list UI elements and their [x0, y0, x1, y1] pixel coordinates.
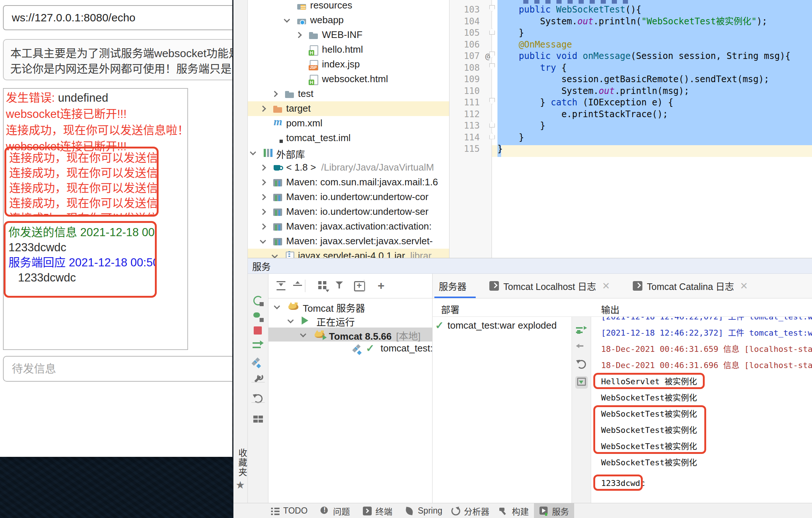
- filter-icon[interactable]: [335, 280, 346, 291]
- wrench-icon[interactable]: [253, 374, 264, 385]
- services-tree-item[interactable]: ✓tomcat_test:war: [268, 342, 432, 356]
- chevron-icon[interactable]: [274, 303, 280, 309]
- scrollend-icon[interactable]: [575, 376, 588, 389]
- star-icon: ★: [236, 479, 245, 491]
- newtab-icon[interactable]: [354, 280, 365, 291]
- rerun-debug-icon[interactable]: [253, 311, 264, 322]
- fold-marker-icon[interactable]: [489, 133, 495, 139]
- rerun-icon[interactable]: [253, 295, 264, 306]
- back-icon[interactable]: [576, 342, 587, 353]
- tree-item-pom-xml[interactable]: pom.xml: [248, 116, 449, 131]
- tree-item-maven-io-undertow-undertow-ser[interactable]: Maven: io.undertow:undertow-ser: [248, 204, 449, 219]
- tree-item-websocket-html[interactable]: Hwebsocket.html: [248, 72, 449, 87]
- chevron-icon[interactable]: [288, 317, 294, 323]
- deployment-panel: ✓ tomcat_test:war exploded: [432, 316, 572, 503]
- tab--[interactable]: 服务器: [439, 274, 466, 298]
- tree-item--1-8-[interactable]: < 1.8 >/Library/Java/JavaVirtualM: [248, 160, 449, 175]
- fold-marker-icon[interactable]: [489, 63, 495, 70]
- chevron-right-icon[interactable]: [260, 106, 266, 112]
- fold-marker-icon[interactable]: [489, 121, 495, 127]
- chevron-right-icon[interactable]: [260, 179, 266, 186]
- tomcat-icon: [314, 330, 325, 339]
- tab-tomcat-catalina-[interactable]: Tomcat Catalina 日志✕: [633, 274, 748, 298]
- services-tree-label: Tomcat 服务器: [303, 301, 365, 314]
- services-icon: [539, 506, 549, 516]
- chevron-down-icon[interactable]: [260, 238, 266, 244]
- tree-item-webapp[interactable]: webapp: [248, 13, 449, 28]
- statusbar-item-构建[interactable]: 构建: [499, 503, 529, 518]
- tree-item-tomcat-test-iml[interactable]: tomcat_test.iml: [248, 131, 449, 146]
- expand-icon[interactable]: [276, 280, 287, 291]
- fold-marker-icon[interactable]: [489, 28, 495, 35]
- statusbar-item-todo[interactable]: TODO: [270, 503, 308, 518]
- services-tree-item[interactable]: Tomcat 服务器: [268, 300, 432, 314]
- statusbar-item-问题[interactable]: 问题: [320, 503, 350, 518]
- console-line: [2021-12-18 12:46:22,372] 工件 tomcat_test…: [601, 328, 812, 339]
- tree-item-test[interactable]: test: [248, 87, 449, 101]
- collapse-icon[interactable]: [292, 280, 303, 291]
- statusbar-item-终端[interactable]: 终端: [362, 503, 392, 518]
- statusbar-item-分析器[interactable]: 分析器: [451, 503, 489, 518]
- code-token: [497, 51, 519, 61]
- tree-item-index-jsp[interactable]: JSPindex.jsp: [248, 57, 449, 72]
- websocket-url-input[interactable]: ws://127.0.0.1:8080/echo: [3, 5, 232, 30]
- chevron-right-icon[interactable]: [272, 91, 278, 97]
- stop-icon[interactable]: [253, 325, 264, 336]
- fold-marker-icon[interactable]: [489, 5, 495, 11]
- chevron-right-icon[interactable]: [260, 224, 266, 230]
- chevron-right-icon[interactable]: [260, 165, 266, 171]
- services-tree-item[interactable]: 正在运行: [268, 314, 432, 328]
- services-top-toolbar: [268, 274, 432, 298]
- tree-item-resources[interactable]: resources: [248, 0, 449, 13]
- chevron-right-icon[interactable]: [260, 209, 266, 215]
- refresh2-icon[interactable]: [576, 359, 587, 370]
- fold-marker-icon[interactable]: [489, 98, 495, 104]
- tree-item--[interactable]: 外部库: [248, 146, 449, 160]
- statusbar-label: 终端: [375, 505, 392, 517]
- tree-item-maven-javax-servlet-javax-servlet-[interactable]: Maven: javax.servlet:javax.servlet-: [248, 234, 449, 249]
- artifact-icon: [353, 344, 364, 355]
- code-line: e.printStackTrace();: [497, 109, 668, 120]
- services-tree-text: Tomcat 服务器: [303, 303, 365, 314]
- chevron-right-icon[interactable]: [296, 32, 302, 38]
- code-token: out: [599, 86, 615, 96]
- chevron-icon[interactable]: [300, 331, 306, 337]
- chevron-down-icon[interactable]: [250, 149, 256, 155]
- tab-tomcat-localhost-[interactable]: Tomcat Localhost 日志✕: [489, 274, 610, 298]
- deployment-row[interactable]: ✓ tomcat_test:war exploded: [432, 318, 572, 333]
- add-icon[interactable]: [376, 280, 387, 291]
- tree-item-hello-html[interactable]: Hhello.html: [248, 42, 449, 57]
- tree-item-maven-io-undertow-undertow-cor[interactable]: Maven: io.undertow:undertow-cor: [248, 190, 449, 204]
- output-console[interactable]: [2021-12-18 12:46:22,072] 工件 tomcat_test…: [591, 316, 812, 503]
- group-icon[interactable]: [317, 280, 329, 291]
- boxed-chat-line: 服务端回应 2021-12-18 00:50:06: [6, 255, 155, 270]
- sync-icon[interactable]: [576, 326, 587, 337]
- fold-marker-icon[interactable]: [489, 52, 495, 58]
- code-line: }: [497, 143, 503, 155]
- statusbar-item-spring[interactable]: Spring: [405, 503, 442, 518]
- jdk-icon: [273, 163, 283, 172]
- services-tree-item[interactable]: Tomcat 8.5.66[本地]: [268, 328, 432, 342]
- chevron-down-icon[interactable]: [284, 17, 290, 23]
- diamonds-icon[interactable]: [253, 357, 264, 368]
- code-line: try {: [497, 62, 567, 74]
- layout-icon[interactable]: [253, 413, 264, 424]
- message-input[interactable]: [3, 356, 232, 382]
- tree-item-target[interactable]: target: [248, 101, 449, 116]
- close-icon[interactable]: ✕: [602, 280, 610, 292]
- tree-item-maven-com-sun-mail-javax-mail-1-6[interactable]: Maven: com.sun.mail:javax.mail:1.6: [248, 175, 449, 190]
- chevron-down-icon[interactable]: [272, 252, 278, 258]
- close-icon[interactable]: ✕: [740, 280, 748, 292]
- favorites-stripe-button[interactable]: 收藏夹: [236, 448, 249, 477]
- tree-item-javax-servlet-api-4-0-1-jar[interactable]: javax.servlet-api-4.0.1.jarlibrar: [248, 249, 449, 258]
- statusbar-item-服务[interactable]: 服务: [534, 503, 574, 518]
- tree-item-web-inf[interactable]: WEB-INF: [248, 28, 449, 42]
- toolbar-separator: [305, 280, 305, 292]
- line-number: 115: [464, 143, 480, 155]
- chevron-right-icon[interactable]: [260, 194, 266, 200]
- deploy-icon[interactable]: [253, 340, 264, 351]
- tree-item-maven-javax-activation-activation-[interactable]: Maven: javax.activation:activation:: [248, 219, 449, 234]
- console-line: 18-Dec-2021 00:46:31.659 信息 [localhost-s…: [601, 344, 812, 355]
- code-editor[interactable]: 103104105106107@108109110111112113114115…: [449, 0, 812, 258]
- code-line: System.out.println(msg);: [497, 85, 689, 97]
